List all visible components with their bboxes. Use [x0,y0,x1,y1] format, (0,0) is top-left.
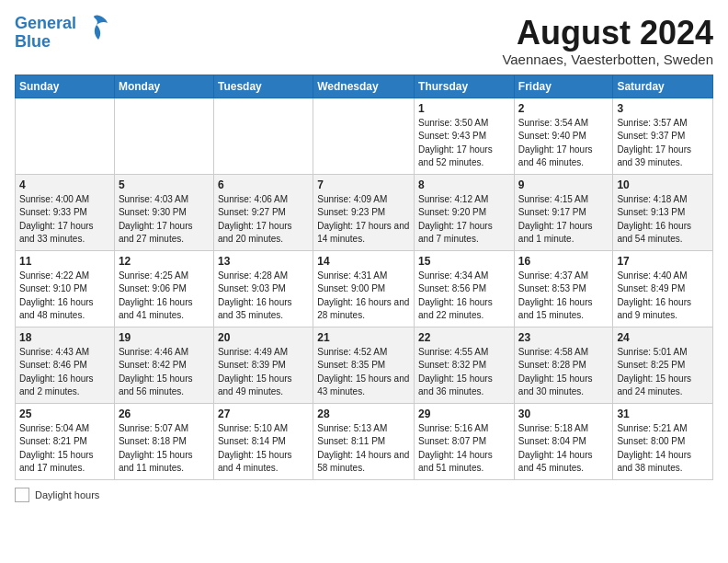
day-number: 23 [518,331,609,344]
calendar-week-row: 1Sunrise: 3:50 AM Sunset: 9:43 PM Daylig… [16,98,713,174]
calendar-week-row: 25Sunrise: 5:04 AM Sunset: 8:21 PM Dayli… [16,403,713,479]
calendar-cell: 31Sunrise: 5:21 AM Sunset: 8:00 PM Dayli… [613,403,713,479]
day-number: 11 [19,255,110,268]
day-number: 25 [19,408,110,420]
day-number: 27 [218,408,309,420]
day-number: 28 [317,408,410,420]
day-number: 12 [119,255,210,268]
title-block: August 2024 Vaennaes, Vaesterbotten, Swe… [502,15,713,67]
cell-content: Sunrise: 4:25 AM Sunset: 9:06 PM Dayligh… [119,270,210,323]
calendar-cell: 30Sunrise: 5:18 AM Sunset: 8:04 PM Dayli… [514,403,613,479]
logo: GeneralBlue [15,15,111,52]
cell-content: Sunrise: 4:12 AM Sunset: 9:20 PM Dayligh… [418,193,510,247]
cell-content: Sunrise: 4:46 AM Sunset: 8:42 PM Dayligh… [119,346,210,399]
calendar-cell: 29Sunrise: 5:16 AM Sunset: 8:07 PM Dayli… [415,403,515,479]
calendar-cell: 14Sunrise: 4:31 AM Sunset: 9:00 PM Dayli… [313,250,415,327]
header-wednesday: Wednesday [313,75,415,98]
cell-content: Sunrise: 5:21 AM Sunset: 8:00 PM Dayligh… [617,422,709,476]
day-number: 2 [518,102,609,115]
cell-content: Sunrise: 5:01 AM Sunset: 8:25 PM Dayligh… [617,346,709,399]
calendar-cell: 4Sunrise: 4:00 AM Sunset: 9:33 PM Daylig… [16,174,115,250]
calendar-cell: 11Sunrise: 4:22 AM Sunset: 9:10 PM Dayli… [16,250,115,327]
day-number: 29 [418,408,510,420]
cell-content: Sunrise: 4:15 AM Sunset: 9:17 PM Dayligh… [518,193,609,247]
month-year-title: August 2024 [502,15,713,52]
cell-content: Sunrise: 5:10 AM Sunset: 8:14 PM Dayligh… [218,422,309,476]
calendar-week-row: 11Sunrise: 4:22 AM Sunset: 9:10 PM Dayli… [16,250,713,327]
cell-content: Sunrise: 4:22 AM Sunset: 9:10 PM Dayligh… [19,270,110,323]
day-number: 9 [518,178,609,191]
day-number: 26 [119,408,210,420]
day-number: 17 [617,255,709,268]
header-thursday: Thursday [415,75,515,98]
calendar-cell: 19Sunrise: 4:46 AM Sunset: 8:42 PM Dayli… [114,327,213,403]
day-number: 7 [317,178,410,191]
calendar-cell [16,98,115,174]
page-header: GeneralBlue August 2024 Vaennaes, Vaeste… [15,15,713,67]
location-subtitle: Vaennaes, Vaesterbotten, Sweden [502,52,713,67]
cell-content: Sunrise: 4:52 AM Sunset: 8:35 PM Dayligh… [317,346,410,399]
calendar-cell: 27Sunrise: 5:10 AM Sunset: 8:14 PM Dayli… [213,403,313,479]
day-number: 10 [617,178,709,191]
cell-content: Sunrise: 5:16 AM Sunset: 8:07 PM Dayligh… [418,422,510,476]
cell-content: Sunrise: 4:58 AM Sunset: 8:28 PM Dayligh… [518,346,609,399]
cell-content: Sunrise: 3:50 AM Sunset: 9:43 PM Dayligh… [418,117,510,170]
calendar-table: SundayMondayTuesdayWednesdayThursdayFrid… [15,75,713,480]
calendar-cell: 16Sunrise: 4:37 AM Sunset: 8:53 PM Dayli… [514,250,613,327]
cell-content: Sunrise: 5:18 AM Sunset: 8:04 PM Dayligh… [518,422,609,476]
day-number: 16 [518,255,609,268]
day-number: 22 [418,331,510,344]
calendar-cell: 25Sunrise: 5:04 AM Sunset: 8:21 PM Dayli… [16,403,115,479]
calendar-week-row: 18Sunrise: 4:43 AM Sunset: 8:46 PM Dayli… [16,327,713,403]
calendar-cell: 22Sunrise: 4:55 AM Sunset: 8:32 PM Dayli… [415,327,515,403]
calendar-cell: 13Sunrise: 4:28 AM Sunset: 9:03 PM Dayli… [213,250,313,327]
cell-content: Sunrise: 4:49 AM Sunset: 8:39 PM Dayligh… [218,346,309,399]
cell-content: Sunrise: 4:31 AM Sunset: 9:00 PM Dayligh… [317,270,410,323]
calendar-footer: Daylight hours [15,488,713,502]
calendar-cell: 1Sunrise: 3:50 AM Sunset: 9:43 PM Daylig… [415,98,515,174]
day-number: 6 [218,178,309,191]
cell-content: Sunrise: 4:40 AM Sunset: 8:49 PM Dayligh… [617,270,709,323]
cell-content: Sunrise: 4:28 AM Sunset: 9:03 PM Dayligh… [218,270,309,323]
daylight-box-icon [15,488,29,502]
calendar-week-row: 4Sunrise: 4:00 AM Sunset: 9:33 PM Daylig… [16,174,713,250]
calendar-cell: 7Sunrise: 4:09 AM Sunset: 9:23 PM Daylig… [313,174,415,250]
day-number: 30 [518,408,609,420]
header-friday: Friday [514,75,613,98]
calendar-cell: 8Sunrise: 4:12 AM Sunset: 9:20 PM Daylig… [415,174,515,250]
day-number: 5 [119,178,210,191]
day-number: 24 [617,331,709,344]
calendar-cell: 5Sunrise: 4:03 AM Sunset: 9:30 PM Daylig… [114,174,213,250]
calendar-cell: 23Sunrise: 4:58 AM Sunset: 8:28 PM Dayli… [514,327,613,403]
calendar-cell: 12Sunrise: 4:25 AM Sunset: 9:06 PM Dayli… [114,250,213,327]
header-sunday: Sunday [16,75,115,98]
cell-content: Sunrise: 4:00 AM Sunset: 9:33 PM Dayligh… [19,193,110,247]
day-number: 20 [218,331,309,344]
calendar-cell: 17Sunrise: 4:40 AM Sunset: 8:49 PM Dayli… [613,250,713,327]
calendar-cell: 6Sunrise: 4:06 AM Sunset: 9:27 PM Daylig… [213,174,313,250]
day-number: 4 [19,178,110,191]
calendar-cell: 2Sunrise: 3:54 AM Sunset: 9:40 PM Daylig… [514,98,613,174]
cell-content: Sunrise: 5:13 AM Sunset: 8:11 PM Dayligh… [317,422,410,476]
calendar-cell: 26Sunrise: 5:07 AM Sunset: 8:18 PM Dayli… [114,403,213,479]
cell-content: Sunrise: 4:18 AM Sunset: 9:13 PM Dayligh… [617,193,709,247]
cell-content: Sunrise: 4:09 AM Sunset: 9:23 PM Dayligh… [317,193,410,247]
day-number: 14 [317,255,410,268]
calendar-cell [114,98,213,174]
day-number: 31 [617,408,709,420]
cell-content: Sunrise: 4:37 AM Sunset: 8:53 PM Dayligh… [518,270,609,323]
cell-content: Sunrise: 4:06 AM Sunset: 9:27 PM Dayligh… [218,193,309,247]
cell-content: Sunrise: 3:57 AM Sunset: 9:37 PM Dayligh… [617,117,709,170]
calendar-cell: 18Sunrise: 4:43 AM Sunset: 8:46 PM Dayli… [16,327,115,403]
cell-content: Sunrise: 4:43 AM Sunset: 8:46 PM Dayligh… [19,346,110,399]
calendar-cell: 3Sunrise: 3:57 AM Sunset: 9:37 PM Daylig… [613,98,713,174]
calendar-header-row: SundayMondayTuesdayWednesdayThursdayFrid… [16,75,713,98]
day-number: 19 [119,331,210,344]
day-number: 18 [19,331,110,344]
day-number: 15 [418,255,510,268]
cell-content: Sunrise: 5:07 AM Sunset: 8:18 PM Dayligh… [119,422,210,476]
calendar-cell: 28Sunrise: 5:13 AM Sunset: 8:11 PM Dayli… [313,403,415,479]
day-number: 3 [617,102,709,115]
logo-text: GeneralBlue [15,15,76,52]
calendar-cell: 24Sunrise: 5:01 AM Sunset: 8:25 PM Dayli… [613,327,713,403]
